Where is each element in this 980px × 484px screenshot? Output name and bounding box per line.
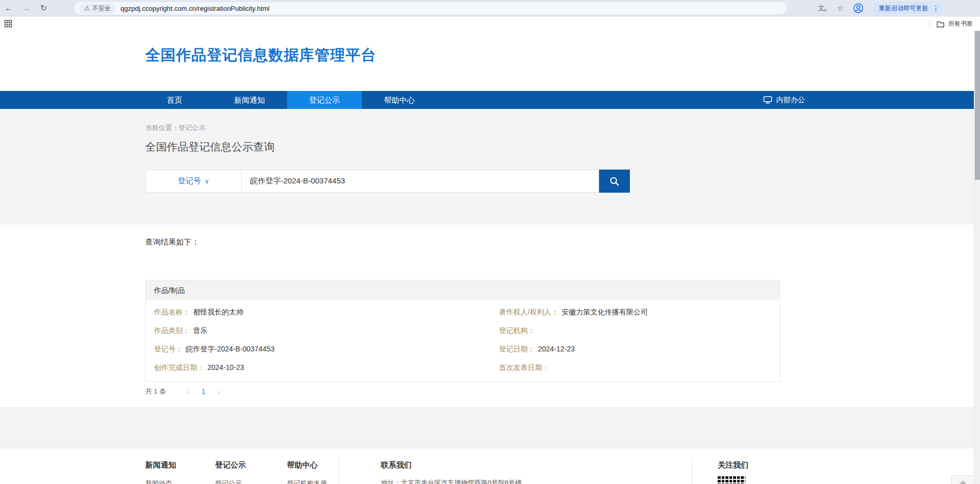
not-secure-chip[interactable]: ⚠ 不安全 <box>80 4 116 13</box>
monitor-icon <box>763 96 772 104</box>
field-label: 作品类别： <box>154 326 190 334</box>
search-type-dropdown[interactable]: 登记号 ∨ <box>145 170 241 193</box>
translate-icon[interactable]: 文A <box>817 0 829 16</box>
footer-column-heading: 新闻通知 <box>145 460 176 470</box>
url-text[interactable]: qgzpdj.ccopyright.com.cn/registrationPub… <box>121 5 270 12</box>
nav-item-active[interactable]: 登记公示 <box>287 91 362 109</box>
address-bar[interactable]: ⚠ 不安全 qgzpdj.ccopyright.com.cn/registrat… <box>74 2 787 14</box>
pagination-page-1[interactable]: 1 <box>196 387 211 396</box>
result-fields: 作品名称：都怪我长的太帅著作权人/权利人：安徽力策文化传播有限公司作品类别：音乐… <box>146 300 780 381</box>
result-field: 登记号：皖作登字-2024-B-00374453 <box>146 340 491 358</box>
footer-link[interactable]: 登记机构名录 <box>287 479 327 484</box>
field-value: 音乐 <box>193 326 207 334</box>
field-label: 登记日期： <box>499 345 535 353</box>
footer-column-heading: 帮助中心 <box>287 460 327 470</box>
footer-follow-heading: 关注我们 <box>718 460 748 470</box>
update-button-label: 重新启动即可更新 <box>879 2 928 14</box>
field-value: 都怪我长的太帅 <box>193 308 243 316</box>
page-title: 全国作品登记信息公示查询 <box>145 140 275 154</box>
footer-contact-column: 联系我们 地址：北京市丰台区汽车博物馆西路0号院6号楼 <box>381 460 522 484</box>
footer-column-heading: 登记公示 <box>215 460 246 470</box>
update-button[interactable]: 重新启动即可更新 ⋮ <box>873 2 943 14</box>
nav-item-link[interactable]: 新闻通知 <box>212 91 287 109</box>
nav-items: 首页新闻通知登记公示帮助中心 <box>137 91 974 109</box>
field-value: 2024-10-23 <box>207 363 244 371</box>
back-icon[interactable]: ← <box>0 0 17 16</box>
all-bookmarks-label: 所有书签 <box>948 20 973 28</box>
field-value: 安徽力策文化传播有限公司 <box>562 308 648 316</box>
footer-contact-heading: 联系我们 <box>381 460 522 470</box>
scrollbar-thumb[interactable] <box>975 31 980 180</box>
pagination-prev-icon[interactable]: ‹ <box>180 387 196 396</box>
result-field: 作品名称：都怪我长的太帅 <box>146 303 491 321</box>
arrow-up-icon <box>956 480 970 484</box>
footer-address: 地址：北京市丰台区汽车博物馆西路0号院6号楼 <box>381 478 522 484</box>
result-field: 著作权人/权利人：安徽力策文化传播有限公司 <box>491 303 780 321</box>
pagination: 共 1 条 ‹ 1 › <box>145 387 226 396</box>
nav-item-link[interactable]: 首页 <box>137 91 212 109</box>
divider <box>691 457 692 484</box>
search-section: 当前位置：登记公示 全国作品登记信息公示查询 登记号 ∨ <box>0 109 974 225</box>
search-button[interactable] <box>599 170 630 193</box>
folder-icon <box>936 21 945 28</box>
nav-item-internal-office-label: 内部办公 <box>776 96 805 105</box>
nav-item-internal-office[interactable]: 内部办公 <box>763 91 805 109</box>
scrollbar[interactable] <box>974 31 980 484</box>
forward-icon[interactable]: → <box>17 0 35 16</box>
profile-icon[interactable] <box>853 0 867 16</box>
search-input[interactable] <box>241 170 599 193</box>
results-intro: 查询结果如下： <box>145 237 199 247</box>
nav-item-link[interactable]: 帮助中心 <box>362 91 437 109</box>
field-label: 首次发表日期： <box>499 363 549 371</box>
divider <box>929 20 930 28</box>
search-bar: 登记号 ∨ <box>145 170 630 193</box>
field-value: 2024-12-23 <box>538 345 575 353</box>
browser-toolbar: ← → ↻ ⚠ 不安全 qgzpdj.ccopyright.com.cn/reg… <box>0 0 980 16</box>
bookmark-star-icon[interactable]: ☆ <box>835 0 846 16</box>
field-value: 皖作登字-2024-B-00374453 <box>186 345 275 353</box>
result-card: 作品/制品 作品名称：都怪我长的太帅著作权人/权利人：安徽力策文化传播有限公司作… <box>145 280 780 382</box>
result-card-header: 作品/制品 <box>146 281 780 300</box>
field-label: 著作权人/权利人： <box>499 308 559 316</box>
field-label: 登记号： <box>154 345 183 353</box>
site-title: 全国作品登记信息数据库管理平台 <box>145 45 376 66</box>
breadcrumb-current[interactable]: 登记公示 <box>179 124 205 132</box>
search-icon <box>609 176 620 187</box>
field-label: 作品名称： <box>154 308 190 316</box>
footer-column: 登记公示登记公示 <box>215 460 246 484</box>
section-divider-band <box>0 407 974 449</box>
pagination-total: 共 1 条 <box>145 387 166 396</box>
breadcrumb-prefix: 当前位置： <box>145 124 179 132</box>
divider <box>339 457 339 484</box>
all-bookmarks-button[interactable]: 所有书签 <box>929 17 973 31</box>
not-secure-label: 不安全 <box>92 4 111 13</box>
breadcrumb: 当前位置：登记公示 <box>145 123 205 133</box>
footer-column: 帮助中心登记机构名录 <box>287 460 327 484</box>
footer-column: 新闻通知新闻动态 <box>145 460 176 484</box>
back-to-top-button[interactable] <box>951 475 975 484</box>
result-field: 创作完成日期：2024-10-23 <box>146 358 491 377</box>
result-field: 登记机构： <box>491 321 780 340</box>
pagination-next-icon[interactable]: › <box>211 387 226 396</box>
reload-icon[interactable]: ↻ <box>35 0 52 16</box>
footer-link[interactable]: 登记公示 <box>215 479 246 484</box>
main-nav: 首页新闻通知登记公示帮助中心 内部办公 <box>0 91 974 109</box>
result-field: 作品类别：音乐 <box>146 321 491 340</box>
apps-grid-icon[interactable] <box>4 20 12 28</box>
bookmarks-bar: 所有书签 <box>0 17 980 31</box>
qr-code <box>718 476 745 484</box>
menu-kebab-icon[interactable]: ⋮ <box>932 2 939 14</box>
chevron-down-icon: ∨ <box>205 178 209 185</box>
result-field: 登记日期：2024-12-23 <box>491 340 780 358</box>
field-label: 登记机构： <box>499 326 535 334</box>
warning-icon: ⚠ <box>84 5 90 12</box>
footer-link[interactable]: 新闻动态 <box>145 479 176 484</box>
footer-follow-column: 关注我们 <box>718 460 748 484</box>
result-field: 首次发表日期： <box>491 358 780 377</box>
field-label: 创作完成日期： <box>154 363 204 371</box>
search-type-label: 登记号 <box>178 176 201 186</box>
footer: 新闻通知新闻动态登记公示登记公示帮助中心登记机构名录 联系我们 地址：北京市丰台… <box>0 449 974 484</box>
